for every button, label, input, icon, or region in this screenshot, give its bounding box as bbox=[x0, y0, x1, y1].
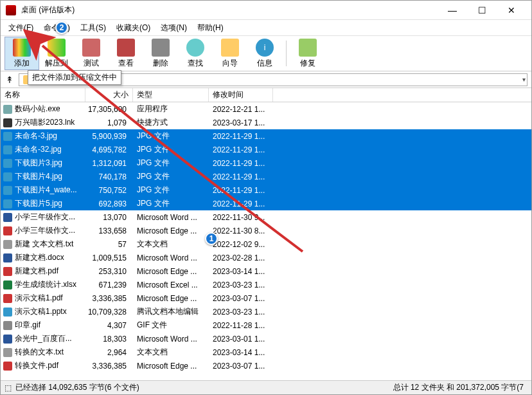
file-name: 下载图片4.jpg bbox=[15, 171, 62, 182]
file-date: 2023-03-07 1... bbox=[209, 362, 279, 371]
view-button[interactable]: 查看 bbox=[109, 37, 143, 70]
file-row[interactable]: 小学三年级作文...13,070Microsoft Word ...2022-1… bbox=[1, 210, 531, 224]
file-row[interactable]: 小学三年级作文...133,658Microsoft Edge ...2022-… bbox=[1, 224, 531, 237]
file-row[interactable]: 余光中_百度百...18,303Microsoft Word ...2023-0… bbox=[1, 332, 531, 345]
file-row[interactable]: 学生成绩统计.xlsx671,239Microsoft Excel ...202… bbox=[1, 278, 531, 291]
file-type: Microsoft Excel ... bbox=[133, 280, 209, 289]
file-date: 2022-11-29 1... bbox=[209, 199, 279, 208]
file-name: 余光中_百度百... bbox=[15, 333, 72, 344]
file-type: GIF 文件 bbox=[133, 320, 209, 331]
file-icon bbox=[3, 213, 12, 222]
file-row[interactable]: 万兴喵影2023.lnk1,079快捷方式2023-03-17 1... bbox=[1, 116, 531, 129]
file-row[interactable]: 转换文件.pdf3,336,385Microsoft Edge ...2023-… bbox=[1, 359, 531, 372]
file-icon bbox=[3, 240, 12, 249]
file-date: 2023-03-23 1... bbox=[209, 280, 279, 289]
file-icon bbox=[3, 105, 12, 114]
file-icon bbox=[3, 118, 12, 127]
file-row[interactable]: 新建 文本文档.txt57文本文档2022-12-02 9... bbox=[1, 237, 531, 251]
callout-1: 1 bbox=[205, 232, 218, 245]
file-icon bbox=[3, 199, 12, 208]
menu-help[interactable]: 帮助(H) bbox=[193, 21, 227, 35]
file-name: 小学三年级作文... bbox=[15, 225, 75, 236]
file-type: 快捷方式 bbox=[133, 117, 209, 128]
file-name: 新建文档.docx bbox=[15, 252, 64, 263]
file-icon bbox=[3, 348, 12, 357]
file-name: 数码小站.exe bbox=[15, 104, 60, 115]
toolbar: 添加 解压到 测试 查看 删除 查找 向导 i 信息 修复 把文件添加到压缩文件… bbox=[1, 35, 531, 71]
file-row[interactable]: 新建文档.pdf253,310Microsoft Edge ...2023-03… bbox=[1, 264, 531, 278]
up-button[interactable]: ↟ bbox=[4, 75, 15, 85]
add-button[interactable]: 添加 bbox=[4, 37, 39, 70]
window-title: 桌面 (评估版本) bbox=[21, 5, 438, 15]
header-name[interactable]: 名称 bbox=[1, 88, 85, 102]
file-size: 4,695,782 bbox=[85, 145, 133, 154]
file-date: 2022-12-02 9... bbox=[209, 240, 279, 249]
menu-tool[interactable]: 工具(S) bbox=[76, 21, 110, 35]
file-icon bbox=[3, 321, 12, 330]
menu-file[interactable]: 文件(F) bbox=[4, 21, 37, 35]
wizard-button[interactable]: 向导 bbox=[213, 37, 247, 70]
extract-button[interactable]: 解压到 bbox=[39, 37, 74, 70]
file-type: 腾讯文档本地编辑 bbox=[133, 306, 209, 317]
file-date: 2023-03-07 1... bbox=[209, 294, 279, 303]
file-date: 2023-03-14 1... bbox=[209, 267, 279, 276]
menu-favorite[interactable]: 收藏夹(O) bbox=[112, 21, 154, 35]
maximize-button[interactable]: ☐ bbox=[467, 1, 497, 20]
file-name: 演示文稿1.pptx bbox=[15, 306, 67, 317]
file-icon bbox=[3, 253, 12, 262]
file-row[interactable]: 印章.gif4,307GIF 文件2022-11-28 1... bbox=[1, 318, 531, 332]
file-list[interactable]: 数码小站.exe17,305,600应用程序2022-12-21 1...万兴喵… bbox=[1, 102, 531, 378]
file-size: 57 bbox=[85, 240, 133, 249]
menu-bar: 文件(F) 命令(C) 工具(S) 收藏夹(O) 选项(N) 帮助(H) bbox=[1, 20, 531, 35]
file-icon bbox=[3, 132, 12, 141]
info-button[interactable]: i 信息 bbox=[247, 37, 282, 70]
file-name: 演示文稿1.pdf bbox=[15, 293, 63, 304]
file-row[interactable]: 下载图片4_wate...750,752JPG 文件2022-11-29 1..… bbox=[1, 183, 531, 197]
file-icon bbox=[3, 226, 12, 235]
file-date: 2023-03-23 1... bbox=[209, 308, 279, 317]
file-row[interactable]: 下载图片4.jpg740,178JPG 文件2022-11-29 1... bbox=[1, 170, 531, 183]
file-date: 2022-11-30 9... bbox=[209, 213, 279, 222]
repair-button[interactable]: 修复 bbox=[290, 37, 325, 70]
app-icon bbox=[6, 5, 16, 15]
status-selection: 已经选择 14,092,635 字节(6 个文件) bbox=[15, 382, 139, 393]
file-row[interactable]: 未命名-3.jpg5,900,939JPG 文件2022-11-29 1... bbox=[1, 129, 531, 143]
file-icon bbox=[3, 172, 12, 181]
file-row[interactable]: 未命名-32.jpg4,695,782JPG 文件2022-11-29 1... bbox=[1, 143, 531, 156]
dropdown-icon[interactable]: ▾ bbox=[522, 76, 526, 83]
file-row[interactable]: 下载图片5.jpg692,893JPG 文件2022-11-29 1... bbox=[1, 197, 531, 210]
file-size: 692,893 bbox=[85, 199, 133, 208]
header-type[interactable]: 类型 bbox=[133, 88, 209, 102]
file-icon bbox=[3, 294, 12, 303]
file-type: 文本文档 bbox=[133, 239, 209, 250]
file-size: 253,310 bbox=[85, 267, 133, 276]
find-button[interactable]: 查找 bbox=[178, 37, 213, 70]
file-row[interactable]: 数码小站.exe17,305,600应用程序2022-12-21 1... bbox=[1, 102, 531, 116]
header-size[interactable]: 大小 bbox=[85, 88, 133, 102]
file-type: Microsoft Edge ... bbox=[133, 226, 209, 235]
file-date: 2022-11-30 8... bbox=[209, 226, 279, 235]
file-size: 4,307 bbox=[85, 321, 133, 330]
file-date: 2023-03-14 1... bbox=[209, 348, 279, 357]
file-type: JPG 文件 bbox=[133, 171, 209, 182]
file-row[interactable]: 下载图片3.jpg1,312,091JPG 文件2022-11-29 1... bbox=[1, 156, 531, 170]
file-row[interactable]: 转换的文本.txt2,964文本文档2023-03-14 1... bbox=[1, 345, 531, 359]
file-date: 2023-02-28 1... bbox=[209, 253, 279, 262]
file-date: 2023-03-01 1... bbox=[209, 335, 279, 344]
file-type: JPG 文件 bbox=[133, 158, 209, 169]
file-row[interactable]: 新建文档.docx1,009,515Microsoft Word ...2023… bbox=[1, 251, 531, 264]
file-size: 2,964 bbox=[85, 348, 133, 357]
delete-button[interactable]: 删除 bbox=[143, 37, 178, 70]
file-size: 13,070 bbox=[85, 213, 133, 222]
file-row[interactable]: 演示文稿1.pptx10,709,328腾讯文档本地编辑2023-03-23 1… bbox=[1, 305, 531, 318]
file-date: 2022-11-28 1... bbox=[209, 321, 279, 330]
close-button[interactable]: ✕ bbox=[497, 1, 526, 20]
add-icon bbox=[13, 39, 31, 57]
header-date[interactable]: 修改时间 bbox=[209, 88, 273, 102]
menu-option[interactable]: 选项(N) bbox=[157, 21, 191, 35]
test-button[interactable]: 测试 bbox=[74, 37, 109, 70]
file-type: JPG 文件 bbox=[133, 144, 209, 155]
file-date: 2022-12-21 1... bbox=[209, 105, 279, 114]
file-row[interactable]: 演示文稿1.pdf3,336,385Microsoft Edge ...2023… bbox=[1, 291, 531, 305]
minimize-button[interactable]: — bbox=[438, 1, 467, 20]
